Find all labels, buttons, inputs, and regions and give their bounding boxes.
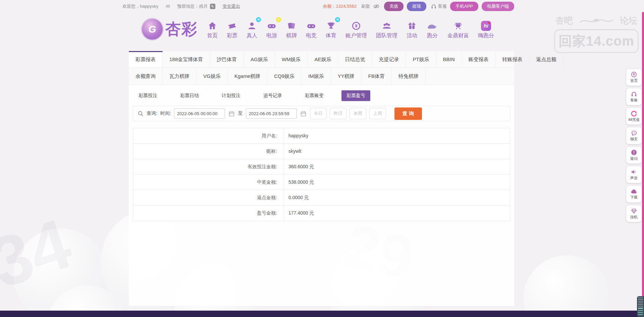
report-table: 用户名: happysky 昵称: skywlt 有效投注金额: 360.600… [133, 128, 510, 221]
logo-text: 杏彩 [165, 19, 198, 40]
table-row: 中奖金额: 538.0000 元 [133, 175, 510, 190]
quick-lastweek-button[interactable]: 上周 [369, 108, 386, 119]
table-row: 返点金额: 0.0000 元 [133, 190, 510, 206]
end-date-input[interactable] [246, 108, 297, 119]
background-ball [523, 255, 610, 317]
subtab-caipiao-touzhu[interactable]: 彩票投注 [133, 90, 162, 101]
tab-ae[interactable]: AE娱乐 [308, 51, 338, 67]
tab-chongti-jilu[interactable]: 充提记录 [372, 51, 406, 67]
side-chat-button[interactable]: 聊天 [626, 127, 642, 144]
tab-188-jinbaobo[interactable]: 188金宝博体育 [163, 51, 210, 67]
subtab-caipiao-zhangbian[interactable]: 彩票账变 [300, 90, 329, 101]
tab-tetu-qipai[interactable]: 特兔棋牌 [392, 68, 426, 84]
site-logo[interactable]: G 杏彩 [142, 19, 198, 40]
tab-yy-qipai[interactable]: YY棋牌 [331, 68, 362, 84]
nav-item-team[interactable]: 团队管理 [376, 19, 397, 39]
notification-dot [488, 22, 490, 24]
side-download-button[interactable]: 下载 [626, 186, 642, 202]
watermark: 杏吧 论坛 回家14.com [554, 15, 639, 53]
tab-cq9[interactable]: CQ9娱乐 [267, 68, 302, 84]
nav-item-boardcards[interactable]: 棋牌 [286, 19, 297, 39]
edit-icon[interactable]: ✎ [210, 4, 215, 9]
scrollbar-stripe[interactable] [642, 12, 644, 296]
query-bar: 查询: 时间: 至 今日 昨日 本周 上周 查 询 [133, 106, 510, 121]
tab-pt[interactable]: PT娱乐 [406, 51, 436, 67]
subtab-caipiao-yingkui[interactable]: 彩票盈亏 [341, 90, 370, 101]
side-home-button[interactable]: 首页 [626, 69, 642, 86]
table-row: 盈亏金额: 177.4000 元 [133, 206, 510, 221]
gamepad-icon: H [266, 19, 277, 31]
quick-today-button[interactable]: 今日 [310, 108, 327, 119]
mail-icon[interactable]: ✉ [166, 3, 170, 9]
gift-icon [407, 19, 417, 31]
tab-caipiao-baobiao[interactable]: 彩票报表 [129, 51, 163, 67]
nav-item-activity[interactable]: 活动 [407, 19, 417, 39]
start-date-input[interactable] [174, 108, 225, 119]
tabbar-row2: 余额查询 瓦力棋牌 VG娱乐 Kgame棋牌 CQ9娱乐 IM娱乐 YY棋牌 F… [129, 68, 514, 85]
quick-yesterday-button[interactable]: 昨日 [330, 108, 346, 119]
nav-item-hipaofen[interactable]: hi 嗨跑分 [478, 19, 494, 39]
nav-item-jinding[interactable]: 金鼎财富 [447, 19, 469, 39]
withdraw-button[interactable]: 提现 [407, 2, 426, 11]
nav-item-sports[interactable]: N 体育 [326, 19, 336, 39]
tab-yue-chaxun[interactable]: 余额查询 [129, 68, 163, 84]
nav-item-home[interactable]: 首页 [207, 19, 218, 39]
floating-sidebar: 首页 客服 IM充值 聊天 疑问 [626, 69, 642, 222]
end-calendar-button[interactable] [301, 111, 306, 117]
eye-off-icon[interactable] [373, 4, 379, 9]
tab-shaba-tiyu[interactable]: 沙巴体育 [210, 51, 244, 67]
nav-item-paofen[interactable]: 跑分 [426, 19, 438, 39]
pc-client-button[interactable]: 电脑客户端 [482, 2, 514, 11]
tab-zhuanzhang-baobiao[interactable]: 转账报表 [496, 51, 530, 67]
tab-ag[interactable]: AG娱乐 [244, 51, 275, 67]
side-im-recharge-button[interactable]: IM充值 [626, 108, 642, 125]
nav-item-egame[interactable]: H 电游 [266, 19, 277, 39]
side-question-button[interactable]: 疑问 [626, 147, 642, 164]
speaker-icon [631, 169, 637, 175]
welcome-text: 欢迎您，happysky [122, 3, 158, 9]
nav-item-esports[interactable]: 电竞 [306, 19, 317, 39]
query-submit-button[interactable]: 查 询 [394, 107, 422, 120]
refresh-link[interactable]: 刷新 [361, 3, 370, 9]
watermark-flourish [578, 16, 615, 26]
side-hangup-button[interactable]: 挂机 [626, 205, 642, 222]
tab-bbin[interactable]: BBIN [436, 51, 462, 67]
side-service-button[interactable]: 客服 [626, 88, 642, 105]
row-value: 538.0000 元 [284, 175, 510, 190]
side-sound-button[interactable]: 声音 [626, 166, 642, 183]
row-label: 昵称: [133, 144, 284, 159]
bottom-right-widget[interactable] [637, 296, 644, 317]
topbar: 欢迎您，happysky ✉ 预留信息：残月 ✎ 安全退出 余额：1324.55… [122, 2, 514, 11]
start-calendar-button[interactable] [229, 111, 234, 117]
tab-vg[interactable]: VG娱乐 [197, 68, 228, 84]
query-label: 查询: [147, 110, 157, 117]
subtab-caipiao-rijie[interactable]: 彩票日结 [175, 90, 204, 101]
row-label: 有效投注金额: [133, 159, 284, 174]
calendar-icon [229, 111, 234, 117]
tab-im[interactable]: IM娱乐 [302, 68, 331, 84]
logout-link[interactable]: 安全退出 [223, 3, 240, 9]
esports-gamepad-icon [306, 19, 317, 31]
tab-fandian-zonge[interactable]: 返点总额 [530, 51, 564, 67]
customer-service-link[interactable]: 客服 [431, 3, 447, 9]
tab-rijie-zonglan[interactable]: 日结总览 [338, 51, 372, 67]
nav-item-account[interactable]: ¥ 账户管理 [345, 19, 367, 39]
main-nav: 首页 彩票 N 真人 H 电游 棋牌 电竞 [207, 19, 494, 39]
deposit-button[interactable]: 充值 [384, 2, 404, 11]
quick-thisweek-button[interactable]: 本周 [350, 108, 366, 119]
tab-wali-qipai[interactable]: 瓦力棋牌 [163, 68, 197, 84]
balance-value: 1324.5562 [336, 4, 357, 9]
nav-item-lottery[interactable]: 彩票 [227, 19, 237, 39]
cloud-icon [631, 189, 637, 194]
subtab-jihua-touzhu[interactable]: 计划投注 [217, 90, 246, 101]
nav-item-live[interactable]: N 真人 [247, 19, 257, 39]
tab-wm[interactable]: WM娱乐 [275, 51, 308, 67]
tab-zhangbian-baobiao[interactable]: 账变报表 [462, 51, 496, 67]
mobile-app-button[interactable]: 手机APP [450, 2, 478, 11]
reserved-info: 预留信息：残月 ✎ [177, 3, 215, 9]
subtab-zhuihao-jilu[interactable]: 追号记录 [258, 90, 287, 101]
trophy-icon: N [326, 19, 336, 31]
tab-fb-tiyu[interactable]: FB体育 [362, 68, 392, 84]
row-label: 盈亏金额: [133, 206, 284, 221]
tab-kgame[interactable]: Kgame棋牌 [228, 68, 268, 84]
